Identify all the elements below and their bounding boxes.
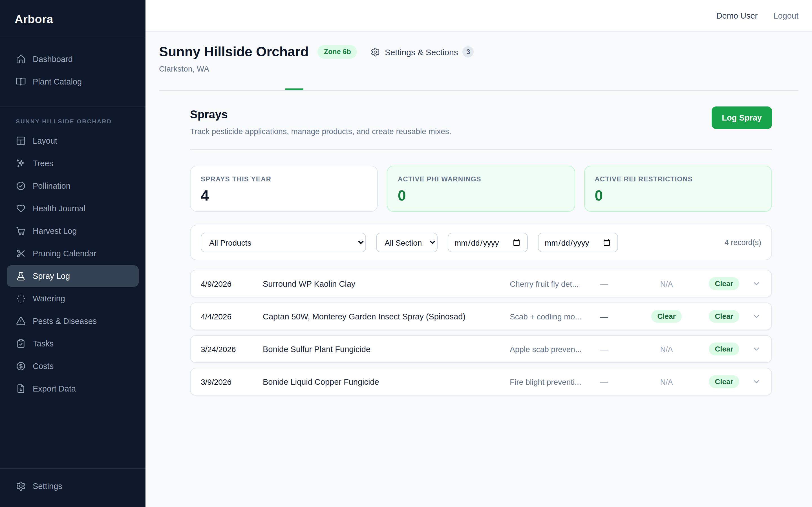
stat-value: 0 — [398, 187, 564, 204]
spray-log-row[interactable]: 3/24/2026 Bonide Sulfur Plant Fungicide … — [190, 335, 772, 363]
sidebar-primary-group: Dashboard Plant Catalog — [0, 48, 146, 93]
spray-date: 4/9/2026 — [201, 279, 263, 288]
filter-bar: All Products All Sections 4 record(s) — [190, 225, 772, 260]
settings-sections-link[interactable]: Settings & Sections 3 — [371, 46, 474, 57]
stat-value: 4 — [201, 187, 367, 204]
page-tabs-phenology[interactable] — [249, 84, 267, 90]
page-tabs-health[interactable] — [213, 84, 231, 90]
book-open-icon — [16, 76, 26, 87]
sidebar-section-label: SUNNY HILLSIDE ORCHARD — [16, 118, 130, 124]
page-tabs-harvest[interactable] — [231, 84, 249, 90]
spray-amount-dash: — — [600, 344, 635, 353]
sidebar-nav: Dashboard Plant Catalog SUNNY HILLSIDE O… — [0, 38, 146, 468]
sidebar-item-label: Dashboard — [33, 55, 73, 64]
section-filter-select[interactable]: All Sections — [376, 233, 438, 252]
spray-log-list: 4/9/2026 Surround WP Kaolin Clay Cherry … — [190, 270, 772, 395]
page-tabs-tasks[interactable] — [357, 84, 375, 90]
sidebar-footer-group-settings[interactable]: Settings — [7, 475, 139, 497]
sidebar-orchard-group-watering[interactable]: Watering — [7, 288, 139, 309]
sidebar-orchard-group-costs[interactable]: Costs — [7, 355, 139, 377]
spray-amount-dash: — — [600, 377, 635, 386]
stat-label: ACTIVE PHI WARNINGS — [398, 175, 564, 184]
main-area: Demo User Logout Sunny Hillside Orchard … — [146, 0, 812, 507]
sidebar-item-label: Export Data — [33, 384, 76, 393]
page-tabs-companions[interactable] — [340, 84, 357, 90]
rei-status: Clear — [698, 375, 750, 388]
sidebar-item-label: Trees — [33, 159, 53, 168]
sparkles-icon — [16, 158, 26, 168]
sidebar-orchard-group-tasks[interactable]: Tasks — [7, 333, 139, 354]
sidebar-item-label: Pruning Calendar — [33, 249, 96, 258]
home-icon — [16, 54, 26, 64]
sidebar-item-label: Layout — [33, 136, 57, 145]
page-tabs-watering[interactable] — [303, 84, 321, 90]
stat-value: 0 — [595, 187, 761, 204]
sidebar-primary-group-dashboard[interactable]: Dashboard — [7, 48, 139, 70]
rei-status: Clear — [698, 342, 750, 355]
settings-sections-label: Settings & Sections — [385, 47, 458, 57]
chevron-down-icon[interactable] — [750, 344, 761, 354]
phi-status: Clear — [635, 310, 698, 323]
sidebar-orchard-group-trees[interactable]: Trees — [7, 153, 139, 174]
spray-log-row[interactable]: 4/4/2026 Captan 50W, Monterey Garden Ins… — [190, 302, 772, 330]
sidebar-item-label: Watering — [33, 294, 65, 303]
loader-dots-icon — [16, 293, 26, 304]
check-circle-icon — [16, 181, 26, 191]
chevron-down-icon[interactable] — [750, 312, 761, 321]
logout-link[interactable]: Logout — [773, 11, 799, 20]
spray-amount-dash: — — [600, 312, 635, 321]
stat-card: ACTIVE REI RESTRICTIONS 0 — [584, 166, 772, 212]
page-tabs-pests[interactable] — [321, 84, 340, 90]
spray-log-row[interactable]: 3/9/2026 Bonide Liquid Copper Fungicide … — [190, 368, 772, 395]
sprays-panel: Sprays Track pesticide applications, man… — [190, 91, 772, 400]
sidebar-orchard-group-layout[interactable]: Layout — [7, 130, 139, 152]
flask-icon — [16, 271, 26, 281]
chevron-down-icon[interactable] — [750, 377, 761, 386]
chevron-down-icon[interactable] — [750, 279, 761, 288]
gear-icon — [371, 47, 380, 57]
page-header: Sunny Hillside Orchard Zone 6b Settings … — [146, 32, 812, 74]
stat-label: ACTIVE REI RESTRICTIONS — [595, 175, 761, 184]
date-to-input[interactable] — [538, 233, 618, 252]
page-tabs-trees[interactable] — [177, 84, 195, 90]
sidebar-item-label: Tasks — [33, 339, 54, 348]
sidebar-orchard-group: Layout Trees Pollination Health Journal … — [0, 130, 146, 399]
sidebar-orchard-group-export-data[interactable]: Export Data — [7, 378, 139, 399]
spray-log-row[interactable]: 4/9/2026 Surround WP Kaolin Clay Cherry … — [190, 270, 772, 297]
sidebar-orchard-group-spray-log[interactable]: Spray Log — [7, 265, 139, 287]
page-tabs-layout[interactable] — [159, 84, 177, 90]
page-tabs-sprays[interactable] — [285, 84, 303, 90]
sidebar: Arbora Dashboard Plant Catalog SUNNY HIL… — [0, 0, 146, 507]
stat-card: SPRAYS THIS YEAR 4 — [190, 166, 378, 212]
spray-products: Surround WP Kaolin Clay — [263, 279, 510, 288]
spray-date: 3/24/2026 — [201, 344, 263, 353]
sidebar-orchard-group-harvest-log[interactable]: Harvest Log — [7, 220, 139, 242]
sidebar-orchard-group-pollination[interactable]: Pollination — [7, 175, 139, 196]
page-title: Sunny Hillside Orchard — [159, 43, 309, 61]
orchard-location: Clarkston, WA — [159, 63, 799, 74]
product-filter-select[interactable]: All Products — [201, 233, 366, 252]
brand-name: Arbora — [15, 12, 53, 25]
sidebar-orchard-group-pruning-calendar[interactable]: Pruning Calendar — [7, 243, 139, 264]
sidebar-item-label: Health Journal — [33, 204, 86, 213]
page-tabs-pollination[interactable] — [195, 84, 213, 90]
log-spray-button[interactable]: Log Spray — [712, 107, 772, 129]
sidebar-footer: Settings — [0, 468, 146, 507]
sidebar-divider — [0, 106, 146, 107]
file-down-icon — [16, 384, 26, 394]
clipboard-check-icon — [16, 339, 26, 349]
spray-date: 3/9/2026 — [201, 377, 263, 386]
date-from-input[interactable] — [448, 233, 528, 252]
sidebar-orchard-group-health-journal[interactable]: Health Journal — [7, 198, 139, 219]
phi-status: N/A — [635, 344, 698, 354]
sidebar-orchard-group-pests-diseases[interactable]: Pests & Diseases — [7, 311, 139, 332]
panel-description: Track pesticide applications, manage pro… — [190, 126, 451, 137]
heart-icon — [16, 203, 26, 214]
page-tabs-pruning[interactable] — [267, 84, 285, 90]
spray-target: Fire blight preventi... — [510, 377, 600, 386]
sidebar-primary-group-plant-catalog[interactable]: Plant Catalog — [7, 71, 139, 93]
topbar: Demo User Logout — [146, 0, 812, 32]
app-window: Arbora Dashboard Plant Catalog SUNNY HIL… — [0, 0, 812, 507]
scissors-icon — [16, 248, 26, 259]
zone-badge: Zone 6b — [318, 45, 357, 59]
